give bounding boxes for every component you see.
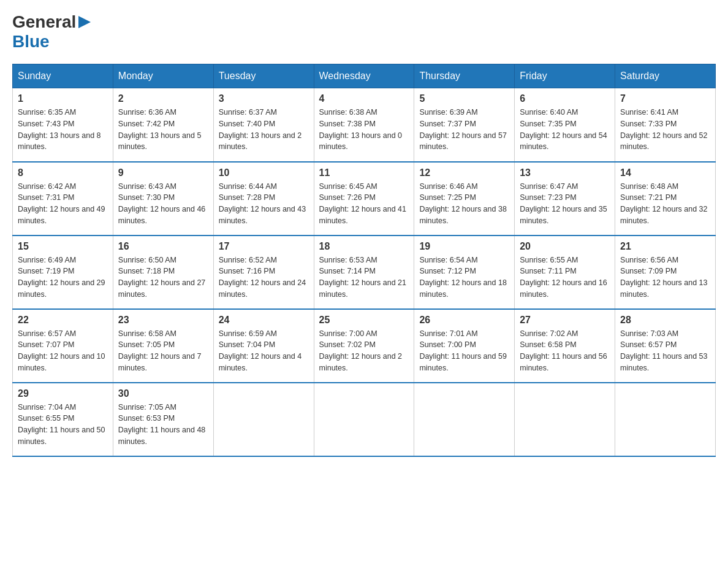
day-info: Sunrise: 6:43 AM Sunset: 7:30 PM Dayligh… bbox=[118, 181, 208, 227]
week-row-3: 15 Sunrise: 6:49 AM Sunset: 7:19 PM Dayl… bbox=[13, 236, 716, 309]
day-number: 14 bbox=[620, 167, 710, 178]
day-cell: 9 Sunrise: 6:43 AM Sunset: 7:30 PM Dayli… bbox=[113, 162, 213, 236]
day-info: Sunrise: 6:49 AM Sunset: 7:19 PM Dayligh… bbox=[18, 255, 108, 301]
day-cell: 3 Sunrise: 6:37 AM Sunset: 7:40 PM Dayli… bbox=[213, 88, 314, 162]
column-header-saturday: Saturday bbox=[615, 64, 716, 88]
column-header-wednesday: Wednesday bbox=[314, 64, 414, 88]
day-cell: 28 Sunrise: 7:03 AM Sunset: 6:57 PM Dayl… bbox=[615, 309, 716, 383]
day-cell: 2 Sunrise: 6:36 AM Sunset: 7:42 PM Dayli… bbox=[113, 88, 213, 162]
day-number: 4 bbox=[319, 93, 409, 104]
day-cell: 5 Sunrise: 6:39 AM Sunset: 7:37 PM Dayli… bbox=[414, 88, 515, 162]
page-header: General Blue bbox=[12, 12, 716, 52]
day-cell: 30 Sunrise: 7:05 AM Sunset: 6:53 PM Dayl… bbox=[113, 383, 213, 456]
day-info: Sunrise: 7:04 AM Sunset: 6:55 PM Dayligh… bbox=[18, 402, 108, 448]
day-number: 18 bbox=[319, 241, 409, 252]
day-cell: 13 Sunrise: 6:47 AM Sunset: 7:23 PM Dayl… bbox=[515, 162, 615, 236]
day-number: 22 bbox=[18, 315, 108, 326]
day-cell: 25 Sunrise: 7:00 AM Sunset: 7:02 PM Dayl… bbox=[314, 309, 414, 383]
day-cell: 6 Sunrise: 6:40 AM Sunset: 7:35 PM Dayli… bbox=[515, 88, 615, 162]
day-info: Sunrise: 6:59 AM Sunset: 7:04 PM Dayligh… bbox=[219, 328, 309, 374]
day-info: Sunrise: 7:00 AM Sunset: 7:02 PM Dayligh… bbox=[319, 328, 409, 374]
day-number: 19 bbox=[419, 241, 509, 252]
day-info: Sunrise: 6:41 AM Sunset: 7:33 PM Dayligh… bbox=[620, 107, 710, 153]
day-number: 3 bbox=[219, 93, 309, 104]
day-cell: 7 Sunrise: 6:41 AM Sunset: 7:33 PM Dayli… bbox=[615, 88, 716, 162]
day-number: 17 bbox=[219, 241, 309, 252]
day-number: 24 bbox=[219, 315, 309, 326]
day-info: Sunrise: 7:05 AM Sunset: 6:53 PM Dayligh… bbox=[118, 402, 208, 448]
day-cell: 23 Sunrise: 6:58 AM Sunset: 7:05 PM Dayl… bbox=[113, 309, 213, 383]
day-cell bbox=[213, 383, 314, 456]
day-info: Sunrise: 6:35 AM Sunset: 7:43 PM Dayligh… bbox=[18, 107, 108, 153]
day-info: Sunrise: 7:01 AM Sunset: 7:00 PM Dayligh… bbox=[419, 328, 509, 374]
day-info: Sunrise: 6:39 AM Sunset: 7:37 PM Dayligh… bbox=[419, 107, 509, 153]
day-number: 8 bbox=[18, 167, 108, 178]
week-row-2: 8 Sunrise: 6:42 AM Sunset: 7:31 PM Dayli… bbox=[13, 162, 716, 236]
day-number: 7 bbox=[620, 93, 710, 104]
day-number: 13 bbox=[520, 167, 610, 178]
day-cell: 21 Sunrise: 6:56 AM Sunset: 7:09 PM Dayl… bbox=[615, 236, 716, 309]
day-cell: 22 Sunrise: 6:57 AM Sunset: 7:07 PM Dayl… bbox=[13, 309, 113, 383]
day-cell: 15 Sunrise: 6:49 AM Sunset: 7:19 PM Dayl… bbox=[13, 236, 113, 309]
day-info: Sunrise: 6:38 AM Sunset: 7:38 PM Dayligh… bbox=[319, 107, 409, 153]
column-header-monday: Monday bbox=[113, 64, 213, 88]
day-cell: 14 Sunrise: 6:48 AM Sunset: 7:21 PM Dayl… bbox=[615, 162, 716, 236]
week-row-1: 1 Sunrise: 6:35 AM Sunset: 7:43 PM Dayli… bbox=[13, 88, 716, 162]
day-number: 9 bbox=[118, 167, 208, 178]
week-row-4: 22 Sunrise: 6:57 AM Sunset: 7:07 PM Dayl… bbox=[13, 309, 716, 383]
day-cell: 4 Sunrise: 6:38 AM Sunset: 7:38 PM Dayli… bbox=[314, 88, 414, 162]
day-number: 30 bbox=[118, 388, 208, 399]
day-cell bbox=[414, 383, 515, 456]
logo-icon: General Blue bbox=[12, 12, 93, 52]
day-cell: 8 Sunrise: 6:42 AM Sunset: 7:31 PM Dayli… bbox=[13, 162, 113, 236]
day-number: 5 bbox=[419, 93, 509, 104]
day-number: 2 bbox=[118, 93, 208, 104]
column-header-friday: Friday bbox=[515, 64, 615, 88]
day-cell: 17 Sunrise: 6:52 AM Sunset: 7:16 PM Dayl… bbox=[213, 236, 314, 309]
day-info: Sunrise: 6:54 AM Sunset: 7:12 PM Dayligh… bbox=[419, 255, 509, 301]
day-number: 11 bbox=[319, 167, 409, 178]
svg-marker-0 bbox=[78, 16, 91, 28]
column-header-sunday: Sunday bbox=[13, 64, 113, 88]
day-cell: 29 Sunrise: 7:04 AM Sunset: 6:55 PM Dayl… bbox=[13, 383, 113, 456]
day-number: 12 bbox=[419, 167, 509, 178]
day-number: 23 bbox=[118, 315, 208, 326]
column-header-row: SundayMondayTuesdayWednesdayThursdayFrid… bbox=[13, 64, 716, 88]
day-cell: 11 Sunrise: 6:45 AM Sunset: 7:26 PM Dayl… bbox=[314, 162, 414, 236]
day-number: 21 bbox=[620, 241, 710, 252]
day-cell bbox=[615, 383, 716, 456]
day-number: 1 bbox=[18, 93, 108, 104]
day-number: 10 bbox=[219, 167, 309, 178]
day-info: Sunrise: 6:55 AM Sunset: 7:11 PM Dayligh… bbox=[520, 255, 610, 301]
day-cell: 26 Sunrise: 7:01 AM Sunset: 7:00 PM Dayl… bbox=[414, 309, 515, 383]
calendar-table: SundayMondayTuesdayWednesdayThursdayFrid… bbox=[12, 64, 716, 457]
day-number: 26 bbox=[419, 315, 509, 326]
day-info: Sunrise: 6:57 AM Sunset: 7:07 PM Dayligh… bbox=[18, 328, 108, 374]
day-number: 16 bbox=[118, 241, 208, 252]
logo-flag-icon bbox=[76, 13, 93, 31]
day-info: Sunrise: 6:37 AM Sunset: 7:40 PM Dayligh… bbox=[219, 107, 309, 153]
day-info: Sunrise: 6:56 AM Sunset: 7:09 PM Dayligh… bbox=[620, 255, 710, 301]
logo: General Blue bbox=[12, 12, 93, 52]
day-cell: 16 Sunrise: 6:50 AM Sunset: 7:18 PM Dayl… bbox=[113, 236, 213, 309]
day-info: Sunrise: 6:44 AM Sunset: 7:28 PM Dayligh… bbox=[219, 181, 309, 227]
day-cell: 20 Sunrise: 6:55 AM Sunset: 7:11 PM Dayl… bbox=[515, 236, 615, 309]
day-info: Sunrise: 7:03 AM Sunset: 6:57 PM Dayligh… bbox=[620, 328, 710, 374]
day-cell: 27 Sunrise: 7:02 AM Sunset: 6:58 PM Dayl… bbox=[515, 309, 615, 383]
day-cell: 1 Sunrise: 6:35 AM Sunset: 7:43 PM Dayli… bbox=[13, 88, 113, 162]
day-cell: 10 Sunrise: 6:44 AM Sunset: 7:28 PM Dayl… bbox=[213, 162, 314, 236]
logo-blue-text: Blue bbox=[12, 32, 50, 51]
day-info: Sunrise: 7:02 AM Sunset: 6:58 PM Dayligh… bbox=[520, 328, 610, 374]
day-number: 29 bbox=[18, 388, 108, 399]
day-info: Sunrise: 6:36 AM Sunset: 7:42 PM Dayligh… bbox=[118, 107, 208, 153]
day-info: Sunrise: 6:42 AM Sunset: 7:31 PM Dayligh… bbox=[18, 181, 108, 227]
day-info: Sunrise: 6:47 AM Sunset: 7:23 PM Dayligh… bbox=[520, 181, 610, 227]
day-info: Sunrise: 6:48 AM Sunset: 7:21 PM Dayligh… bbox=[620, 181, 710, 227]
day-cell: 19 Sunrise: 6:54 AM Sunset: 7:12 PM Dayl… bbox=[414, 236, 515, 309]
day-cell bbox=[515, 383, 615, 456]
column-header-tuesday: Tuesday bbox=[213, 64, 314, 88]
day-info: Sunrise: 6:58 AM Sunset: 7:05 PM Dayligh… bbox=[118, 328, 208, 374]
week-row-5: 29 Sunrise: 7:04 AM Sunset: 6:55 PM Dayl… bbox=[13, 383, 716, 456]
day-number: 15 bbox=[18, 241, 108, 252]
day-cell: 24 Sunrise: 6:59 AM Sunset: 7:04 PM Dayl… bbox=[213, 309, 314, 383]
